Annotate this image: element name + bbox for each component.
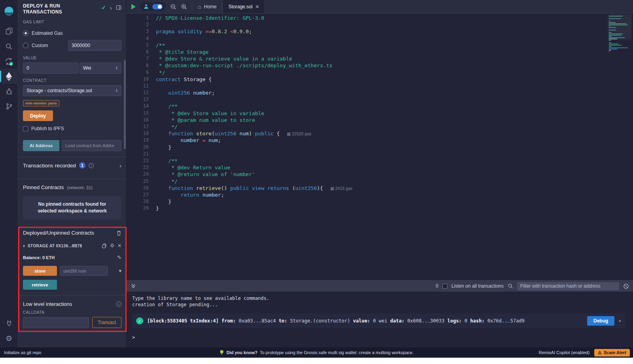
zoom-out-icon[interactable] xyxy=(170,4,176,10)
plugin-manager-icon[interactable] xyxy=(0,316,18,331)
calldata-input[interactable] xyxy=(23,317,89,328)
code-line[interactable]: 19 number = num; xyxy=(127,137,633,144)
search-icon[interactable] xyxy=(508,283,513,289)
code-line[interactable]: 29} xyxy=(127,205,633,212)
deploy-run-icon[interactable] xyxy=(0,69,18,84)
file-explorer-icon[interactable] xyxy=(0,24,18,39)
chevron-right-icon[interactable]: › xyxy=(119,163,121,169)
code-line[interactable]: 27 return number; xyxy=(127,191,633,198)
listen-all-checkbox[interactable] xyxy=(442,284,447,289)
sidepanel-scrollbar[interactable] xyxy=(124,60,126,149)
code-line[interactable]: 20 } xyxy=(127,144,633,151)
low-level-row: Low level interactions i xyxy=(23,296,121,307)
code-line[interactable]: 13 xyxy=(127,96,633,103)
transactions-recorded-row[interactable]: Transactions recorded 1 i › xyxy=(23,157,121,173)
code-line[interactable]: 15 * @dev Store value in variable xyxy=(127,110,633,117)
code-line[interactable]: 17 */ xyxy=(127,123,633,130)
line-number: 27 xyxy=(127,191,149,198)
chevron-down-icon[interactable]: ▾ xyxy=(23,244,25,248)
copilot-status[interactable]: RemixAI Copilot (enabled) xyxy=(539,350,589,355)
chevron-down-icon[interactable]: ▾ xyxy=(119,268,121,274)
code-line[interactable]: 11 xyxy=(127,83,633,89)
terminal-filter-input[interactable] xyxy=(517,282,619,290)
contract-select[interactable]: Storage - contracts/Storage.sol ▲▼ xyxy=(23,85,121,96)
solidity-compiler-icon[interactable] xyxy=(0,54,18,69)
value-unit-select[interactable]: Wei ▲▼ xyxy=(80,63,121,74)
trash-icon[interactable] xyxy=(116,230,121,236)
code-line[interactable]: 24 * @return value of 'number' xyxy=(127,171,633,178)
evm-version-badge: evm version: paris xyxy=(23,100,59,106)
terminal-prompt[interactable]: > xyxy=(132,335,627,340)
copilot-toggle[interactable] xyxy=(152,4,163,9)
publish-ipfs-checkbox[interactable] xyxy=(23,126,28,131)
close-icon[interactable]: ✕ xyxy=(118,243,121,248)
chevron-right-icon[interactable]: › xyxy=(110,5,112,11)
code-line[interactable]: 3pragma solidity >=0.8.2 <0.9.0; xyxy=(127,28,633,35)
code-line[interactable]: 10contract Storage { xyxy=(127,76,633,83)
transact-button[interactable]: Transact xyxy=(92,317,121,328)
store-args-input[interactable] xyxy=(60,266,108,276)
custom-gas-input[interactable] xyxy=(68,40,121,51)
tip-message: Did you know? To prototype using the Gno… xyxy=(219,350,413,355)
minimap[interactable] xyxy=(608,14,631,59)
retrieve-button[interactable]: retrieve xyxy=(23,280,57,290)
value-input[interactable] xyxy=(23,63,78,74)
code-line[interactable]: 1// SPDX-License-Identifier: GPL-3.0 xyxy=(127,15,633,21)
code-editor[interactable]: 1// SPDX-License-Identifier: GPL-3.023pr… xyxy=(127,13,633,280)
code-line[interactable]: 9 */ xyxy=(127,69,633,76)
git-icon[interactable] xyxy=(0,99,18,114)
code-line[interactable]: 6 * @title Storage xyxy=(127,49,633,55)
line-number: 3 xyxy=(127,28,149,35)
copy-icon[interactable] xyxy=(102,243,107,248)
at-address-button[interactable]: At Address xyxy=(23,140,59,151)
code-line[interactable]: 7 * @dev Store & retrieve value in a var… xyxy=(127,55,633,62)
select-arrows-icon: ▲▼ xyxy=(113,89,118,93)
code-line[interactable]: 22 /** xyxy=(127,157,633,164)
info-icon[interactable]: i xyxy=(89,163,94,168)
code-line[interactable]: 5/** xyxy=(127,42,633,49)
settings-icon[interactable]: ⚙ xyxy=(0,331,18,346)
at-address-input[interactable] xyxy=(62,140,121,151)
code-line[interactable]: 21 xyxy=(127,151,633,157)
close-tab-icon[interactable]: ✕ xyxy=(255,4,259,9)
clear-console-icon[interactable] xyxy=(623,283,629,289)
minimap-viewport[interactable] xyxy=(608,14,631,40)
search-icon[interactable] xyxy=(0,39,18,54)
code-line[interactable]: 28 } xyxy=(127,198,633,205)
code-line[interactable]: 25 */ xyxy=(127,178,633,185)
code-line[interactable]: 4 xyxy=(127,35,633,42)
code-line[interactable]: 26 function retrieve() public view retur… xyxy=(127,185,633,191)
deploy-button[interactable]: Deploy xyxy=(23,110,53,121)
expand-terminal-icon[interactable] xyxy=(131,283,136,289)
pin-icon[interactable] xyxy=(110,243,115,248)
debug-button[interactable]: Debug xyxy=(587,316,614,326)
run-script-icon[interactable] xyxy=(131,4,136,9)
transaction-log-row[interactable]: ✓ [block:5583405 txIndex:4] from: 0xa03.… xyxy=(132,313,625,328)
pin-panel-icon[interactable] xyxy=(116,5,121,10)
tab-storage-sol[interactable]: Storage.sol ✕ xyxy=(222,0,265,13)
terminal-body[interactable]: Type the library name to see available c… xyxy=(127,292,633,347)
estimated-gas-radio[interactable] xyxy=(23,30,28,36)
user-icon[interactable] xyxy=(143,4,149,9)
tab-home[interactable]: ⌂ Home xyxy=(192,0,222,13)
code-line[interactable]: 16 * @param num value to store xyxy=(127,117,633,123)
code-line[interactable]: 2 xyxy=(127,21,633,28)
code-line[interactable]: 23 * @dev Return value xyxy=(127,164,633,171)
scam-alert-button[interactable]: ⚠ Scam Alert xyxy=(594,349,630,356)
git-init-button[interactable]: Initialize as git repo xyxy=(4,350,41,355)
edit-icon[interactable]: ✎ xyxy=(117,254,121,260)
chevron-down-icon[interactable]: ▾ xyxy=(618,318,621,324)
code-line[interactable]: 12 uint256 number; xyxy=(127,89,633,96)
debugger-icon[interactable] xyxy=(0,84,18,99)
store-button[interactable]: store xyxy=(23,266,57,276)
info-icon[interactable]: i xyxy=(116,301,121,307)
remix-logo[interactable] xyxy=(0,2,18,20)
code-line[interactable]: 14 /** xyxy=(127,103,633,110)
transaction-summary: [block:5583405 txIndex:4] from: 0xa03...… xyxy=(147,318,525,324)
deployed-contract-row[interactable]: ▾ STORAGE AT 0X136...8B78 xyxy=(23,243,121,248)
estimated-gas-option[interactable]: Estimated Gas xyxy=(23,29,121,38)
code-line[interactable]: 8 * @custom:dev-run-script ./scripts/dep… xyxy=(127,62,633,69)
code-line[interactable]: 18 function store(uint256 num) public {▦… xyxy=(127,130,633,137)
zoom-in-icon[interactable] xyxy=(181,4,187,10)
custom-gas-radio[interactable] xyxy=(23,43,28,48)
